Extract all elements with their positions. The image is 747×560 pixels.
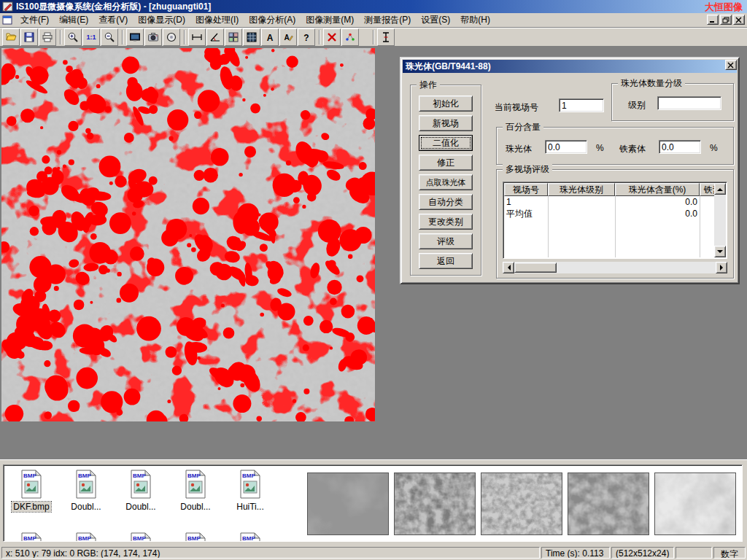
thumbnail-4[interactable] (568, 472, 649, 535)
thumbnail-1[interactable] (307, 472, 389, 535)
binarize-button[interactable]: 二值化 (419, 135, 473, 151)
child-minimize-button[interactable] (707, 15, 719, 25)
scroll-right-button[interactable] (716, 262, 727, 273)
help-icon: ? (301, 31, 312, 43)
menu-file[interactable]: 文件(F) (15, 12, 54, 28)
mosaic-button[interactable] (225, 28, 242, 46)
file-list[interactable]: BMP DKF.bmp BMP Doubl... BMP Doubl... (3, 464, 743, 542)
scroll-up-button[interactable] (714, 183, 726, 195)
grade-button[interactable]: 评级 (419, 233, 473, 249)
file-name[interactable]: DKF.bmp (12, 502, 50, 512)
scroll-left-button[interactable] (503, 262, 514, 273)
measure-length-icon (191, 31, 203, 43)
annotate-button[interactable]: A (279, 28, 297, 46)
table-row[interactable]: 平均值 0.0 (504, 208, 714, 219)
dialog-close-button[interactable] (725, 60, 737, 70)
child-close-button[interactable] (733, 15, 745, 25)
file-name[interactable]: Doubl... (69, 502, 102, 512)
pick-pearlite-button[interactable]: 点取珠光体 (419, 174, 473, 190)
camera-icon (147, 31, 159, 43)
measure-angle-button[interactable] (206, 28, 224, 46)
col-grade[interactable]: 珠光体级别 (548, 183, 615, 196)
current-field-input[interactable] (559, 98, 604, 112)
capture-button[interactable] (126, 28, 144, 46)
zoom-in-button[interactable] (64, 28, 82, 46)
menu-image-analysis[interactable]: 图像分析(A) (244, 12, 301, 28)
menu-image-measure[interactable]: 图像测量(M) (301, 12, 359, 28)
file-item-partial[interactable]: BMP (169, 532, 222, 542)
return-button[interactable]: 返回 (419, 253, 473, 269)
close-icon (727, 62, 735, 69)
col-ferrite[interactable]: 铁素体含量(%) (700, 183, 714, 196)
menu-settings[interactable]: 设置(S) (416, 12, 455, 28)
bmp-file-icon: BMP (238, 470, 263, 499)
new-field-button[interactable]: 新视场 (419, 115, 473, 131)
delete-button[interactable] (323, 28, 341, 46)
micrograph-image[interactable] (1, 48, 375, 421)
menu-view[interactable]: 查看(V) (93, 12, 133, 28)
zoom-out-button[interactable] (101, 28, 118, 46)
titlebar[interactable]: IS100显微摄像系统(金相分析版) - [zhuguangti01] 大恒图像 (0, 0, 747, 13)
file-item[interactable]: BMP Doubl... (60, 470, 112, 512)
file-name[interactable]: HuiTi... (235, 502, 266, 512)
dialog-titlebar[interactable]: 珠光体(GB/T9441-88) (403, 60, 737, 73)
file-item-partial[interactable]: BMP (115, 532, 167, 542)
file-item[interactable]: BMP Doubl... (169, 470, 222, 512)
menu-image-process[interactable]: 图像处理(I) (190, 12, 244, 28)
caliper-button[interactable] (377, 28, 395, 46)
change-class-button[interactable]: 更改类别 (419, 214, 473, 230)
help-button[interactable]: ? (298, 28, 315, 46)
circle-tool-button[interactable] (163, 28, 180, 46)
table-header-row: 视场号 珠光体级别 珠光体含量(%) 铁素体含量(%) (504, 183, 714, 196)
file-item[interactable]: BMP HuiTi... (224, 470, 276, 512)
print-button[interactable] (39, 28, 56, 46)
bmp-file-icon: BMP (74, 470, 98, 499)
save-button[interactable] (20, 28, 38, 46)
ferrite-percent-input[interactable] (659, 140, 701, 154)
menu-image-display[interactable]: 图像显示(D) (133, 12, 190, 28)
grade-input[interactable] (657, 96, 721, 110)
table-vscrollbar[interactable] (714, 183, 726, 257)
child-restore-button[interactable] (720, 15, 732, 25)
svg-text:BMP: BMP (78, 472, 91, 479)
file-item-partial[interactable]: BMP (60, 532, 112, 542)
grid-button[interactable] (243, 28, 260, 46)
calibrate-button[interactable] (341, 28, 359, 46)
svg-text:BMP: BMP (78, 535, 91, 542)
scroll-down-button[interactable] (714, 246, 726, 257)
measure-length-button[interactable] (188, 28, 206, 46)
file-item[interactable]: BMP DKF.bmp (5, 470, 58, 512)
file-item-partial[interactable]: BMP (224, 532, 276, 542)
thumbnail-2[interactable] (394, 472, 476, 535)
correct-button[interactable]: 修正 (419, 155, 473, 171)
actual-size-label: 1:1 (86, 34, 96, 41)
auto-classify-button[interactable]: 自动分类 (419, 194, 473, 210)
table-hscrollbar[interactable] (503, 262, 727, 273)
file-name[interactable]: Doubl... (179, 502, 212, 512)
svg-text:BMP: BMP (242, 472, 255, 479)
actual-size-button[interactable]: 1:1 (82, 28, 100, 46)
open-button[interactable] (2, 28, 20, 46)
pearlite-label: 珠光体 (506, 143, 532, 155)
file-name[interactable]: Doubl... (124, 502, 157, 512)
svg-text:BMP: BMP (23, 535, 36, 542)
thumbnail-5[interactable] (654, 472, 736, 535)
zoom-out-icon (104, 31, 115, 43)
status-image-size: (512x512x24) (611, 547, 674, 559)
file-item[interactable]: BMP Doubl... (115, 470, 167, 512)
camera-button[interactable] (144, 28, 162, 46)
file-item-partial[interactable]: BMP (5, 532, 58, 542)
grading-table-body[interactable]: 视场号 珠光体级别 珠光体含量(%) 铁素体含量(%) 1 0.0 平均值 (504, 183, 714, 257)
hscroll-thumb[interactable] (514, 262, 557, 273)
thumbnail-3[interactable] (481, 472, 562, 535)
menu-measure-report[interactable]: 测量报告(P) (359, 12, 416, 28)
col-pearlite[interactable]: 珠光体含量(%) (615, 183, 700, 196)
label-a-button[interactable]: A (261, 28, 279, 46)
table-row[interactable]: 1 0.0 (504, 196, 714, 208)
menu-edit[interactable]: 编辑(E) (54, 12, 93, 28)
menu-help[interactable]: 帮助(H) (455, 12, 495, 28)
init-button[interactable]: 初始化 (419, 96, 473, 112)
calibrate-icon (344, 31, 356, 43)
col-field[interactable]: 视场号 (504, 183, 548, 196)
pearlite-percent-input[interactable] (545, 140, 587, 154)
